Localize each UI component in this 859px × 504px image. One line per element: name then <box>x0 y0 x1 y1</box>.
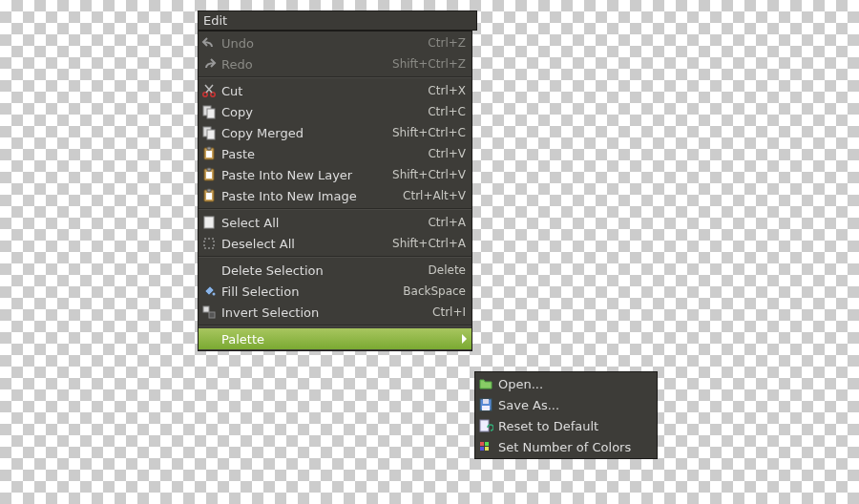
undo-icon <box>200 34 218 52</box>
menu-item-label: Copy <box>221 105 418 119</box>
menu-item-undo: UndoCtrl+Z <box>199 32 471 53</box>
menu-item-label: Copy Merged <box>221 126 383 140</box>
menu-item-accel: Ctrl+I <box>432 305 466 319</box>
copy-icon <box>200 124 218 141</box>
svg-point-17 <box>213 293 216 296</box>
page-refresh-icon <box>477 417 494 434</box>
menu-item-paste-new-image[interactable]: Paste Into New ImageCtrl+Alt+V <box>199 185 471 206</box>
submenu-arrow-icon <box>462 334 467 344</box>
svg-rect-10 <box>207 168 211 171</box>
blank-icon <box>200 330 218 347</box>
menu-item-label: Deselect All <box>221 237 383 251</box>
menu-item-label: Fill Selection <box>221 284 393 299</box>
redo-icon <box>200 55 218 73</box>
menu-item-label: Delete Selection <box>221 263 419 278</box>
menu-separator <box>199 256 471 258</box>
menu-item-accel: Delete <box>429 263 466 277</box>
menu-item-label: Paste Into New Layer <box>221 168 383 182</box>
menu-item-copy-merged[interactable]: Copy MergedShift+Ctrl+C <box>199 122 471 143</box>
blank-icon <box>200 262 218 279</box>
menu-item-accel: Ctrl+X <box>428 84 466 97</box>
menu-item-label: Paste <box>221 147 418 161</box>
menu-item-label: Cut <box>221 84 418 98</box>
submenu-item-open[interactable]: Open... <box>475 373 657 394</box>
svg-rect-5 <box>207 130 215 139</box>
svg-rect-3 <box>207 109 215 118</box>
menu-item-paste[interactable]: PasteCtrl+V <box>199 143 471 164</box>
svg-rect-16 <box>204 239 214 248</box>
menu-item-label: Select All <box>221 216 418 230</box>
paste-icon <box>200 187 218 204</box>
menu-item-accel: Ctrl+C <box>428 105 466 118</box>
svg-rect-14 <box>206 193 212 200</box>
menu-item-label: Palette <box>221 332 466 346</box>
svg-rect-11 <box>206 172 212 178</box>
submenu-item-reset-default[interactable]: Reset to Default <box>475 415 657 436</box>
menu-separator <box>199 208 471 210</box>
submenu-item-label: Open... <box>498 377 651 391</box>
marquee-icon <box>200 235 218 252</box>
submenu-item-set-colors[interactable]: Set Number of Colors <box>475 436 657 457</box>
svg-rect-22 <box>482 406 490 410</box>
svg-rect-15 <box>204 217 214 228</box>
palette-submenu: Open...Save As...Reset to DefaultSet Num… <box>474 371 658 459</box>
menu-item-paste-new-layer[interactable]: Paste Into New LayerShift+Ctrl+V <box>199 164 471 185</box>
menu-item-delete-selection[interactable]: Delete SelectionDelete <box>199 260 471 281</box>
menu-item-cut[interactable]: CutCtrl+X <box>199 80 471 101</box>
submenu-item-label: Save As... <box>498 398 651 412</box>
menu-item-copy[interactable]: CopyCtrl+C <box>199 101 471 122</box>
menu-item-accel: Ctrl+A <box>428 216 466 229</box>
submenu-item-label: Set Number of Colors <box>498 440 651 454</box>
palette-icon <box>477 438 494 455</box>
menu-item-redo: RedoShift+Ctrl+Z <box>199 53 471 74</box>
svg-rect-18 <box>203 306 209 312</box>
menu-item-label: Undo <box>221 36 418 51</box>
svg-rect-8 <box>206 151 212 158</box>
menu-item-select-all[interactable]: Select AllCtrl+A <box>199 212 471 233</box>
svg-rect-24 <box>480 442 484 446</box>
svg-rect-25 <box>485 442 489 446</box>
svg-rect-19 <box>209 312 215 318</box>
svg-rect-27 <box>485 447 489 451</box>
menu-item-fill-selection[interactable]: Fill SelectionBackSpace <box>199 281 471 302</box>
menu-item-accel: Shift+Ctrl+C <box>392 126 466 139</box>
menu-item-accel: BackSpace <box>403 284 466 298</box>
paste-icon <box>200 145 218 162</box>
save-icon <box>477 396 494 413</box>
cut-icon <box>200 82 218 99</box>
invert-icon <box>200 304 218 321</box>
paste-icon <box>200 166 218 183</box>
svg-rect-13 <box>207 189 211 192</box>
svg-rect-7 <box>207 147 211 150</box>
menu-item-invert-selection[interactable]: Invert SelectionCtrl+I <box>199 302 471 323</box>
menu-item-accel: Ctrl+Alt+V <box>403 189 466 202</box>
menu-item-accel: Shift+Ctrl+A <box>392 237 466 250</box>
menu-item-accel: Ctrl+V <box>428 147 466 160</box>
menu-item-label: Paste Into New Image <box>221 189 393 203</box>
submenu-item-save-as[interactable]: Save As... <box>475 394 657 415</box>
svg-rect-26 <box>480 447 484 451</box>
menu-item-label: Redo <box>221 57 383 72</box>
edit-menu: UndoCtrl+ZRedoShift+Ctrl+ZCutCtrl+XCopyC… <box>198 31 472 351</box>
folder-open-icon <box>477 375 494 392</box>
menu-item-palette[interactable]: Palette <box>199 328 471 349</box>
bucket-icon <box>200 283 218 300</box>
menu-item-accel: Shift+Ctrl+V <box>392 168 466 181</box>
menu-item-label: Invert Selection <box>221 305 423 320</box>
menu-item-accel: Shift+Ctrl+Z <box>392 57 466 71</box>
menu-separator <box>199 76 471 78</box>
copy-icon <box>200 103 218 120</box>
svg-rect-21 <box>483 399 489 404</box>
edit-menu-title[interactable]: Edit <box>198 10 477 31</box>
page-icon <box>200 214 218 231</box>
submenu-item-label: Reset to Default <box>498 419 651 433</box>
menu-separator <box>199 325 471 326</box>
menu-item-accel: Ctrl+Z <box>428 36 466 50</box>
menu-item-deselect-all[interactable]: Deselect AllShift+Ctrl+A <box>199 233 471 254</box>
